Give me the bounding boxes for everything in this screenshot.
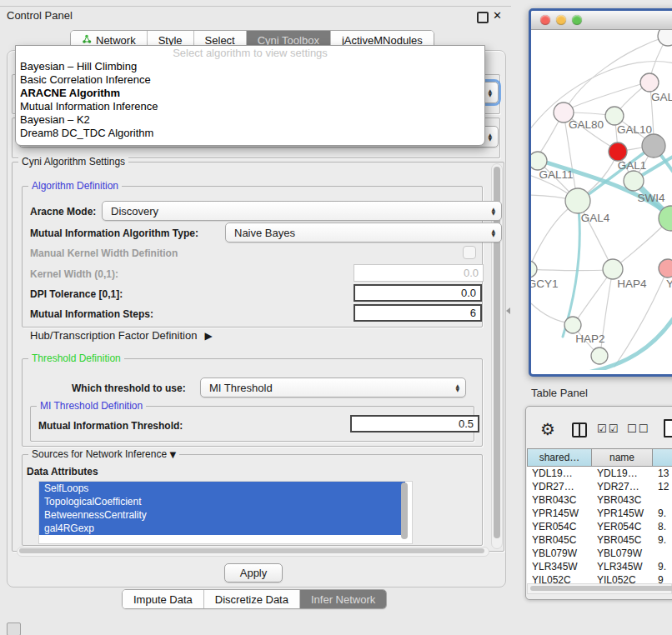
table-row-yer054c[interactable]: YER054CYER054C8. (527, 520, 672, 533)
table-h-scrollbar-thumb[interactable] (530, 586, 672, 591)
traffic-light-close-icon[interactable] (540, 15, 550, 25)
table-header-shared[interactable]: shared… (527, 448, 592, 467)
gear-icon[interactable]: ⚙ (540, 419, 555, 439)
network-window-titlebar[interactable] (531, 11, 672, 30)
traffic-light-zoom-icon[interactable] (572, 15, 582, 25)
network-node[interactable] (624, 171, 644, 191)
data-attributes-list[interactable]: SelfLoopsTopologicalCoefficientBetweenne… (38, 481, 413, 544)
network-node[interactable] (640, 73, 659, 92)
network-node[interactable] (609, 142, 627, 161)
mi-threshold-field[interactable]: 0.5 (350, 415, 479, 432)
network-node[interactable] (564, 317, 581, 333)
table-row-ybl079w[interactable]: YBL079WYBL079W (527, 547, 672, 560)
settings-vertical-scrollbar[interactable] (491, 163, 503, 549)
mi-threshold-label: Mutual Information Threshold: (38, 420, 183, 432)
network-node[interactable] (659, 259, 672, 278)
app-root: Control Panel ✕ NetworkStyleSelectCyni T… (0, 0, 672, 635)
network-node[interactable] (591, 348, 608, 364)
network-node[interactable] (603, 259, 623, 279)
float-window-icon[interactable] (477, 12, 489, 23)
attr-item-betweennesscentrality[interactable]: BetweennessCentrality (39, 508, 405, 522)
table-row-ydl19[interactable]: YDL19…YDL19…13 (527, 467, 672, 480)
attr-item-gal4rgexp[interactable]: gal4RGexp (39, 522, 405, 535)
network-edge[interactable] (613, 220, 669, 269)
table-cell: YDL19… (592, 467, 653, 480)
network-canvas[interactable]: GALGAL80GAL10GAL1GAL11SWI4GAL4GCY1HAP4YH… (531, 30, 672, 370)
table-cell: YDL19… (527, 467, 592, 480)
network-node-label-gal80: GAL80 (569, 118, 604, 131)
mi-type-select[interactable]: Naive Bayes ▲▼ (225, 222, 502, 242)
table-header-col2[interactable] (653, 448, 672, 467)
dropdown-item-bayesian-hill-climbing[interactable]: Bayesian – Hill Climbing (16, 60, 484, 73)
attr-item-selfloops[interactable]: SelfLoops (39, 482, 405, 495)
split-pane-toggle-icon[interactable] (506, 308, 510, 314)
dropdown-item-dream8-dc-tdc-algorithm[interactable]: Dream8 DC_TDC Algorithm (16, 127, 484, 140)
which-threshold-select[interactable]: MI Threshold ▲▼ (200, 378, 466, 398)
split-columns-icon[interactable] (572, 422, 587, 438)
network-node-label-hap4: HAP4 (617, 278, 647, 290)
table-row-ylr345w[interactable]: YLR345WYLR345W9. (527, 560, 672, 573)
table-cell: YPR145W (592, 507, 653, 520)
check-all-icon[interactable]: ☑☑ (597, 422, 619, 435)
aracne-mode-value: Discovery (111, 205, 158, 218)
attr-list-scrollbar-thumb[interactable] (401, 482, 408, 539)
network-node[interactable] (658, 30, 672, 46)
table-row-ydr27[interactable]: YDR27…YDR27…12 (527, 480, 672, 493)
kernel-width-field[interactable]: 0.0 (354, 264, 484, 282)
network-node[interactable] (642, 134, 665, 158)
hub-definition-toggle[interactable]: Hub/Transcription Factor Definition ▶ (30, 329, 213, 342)
table-row-ypr145w[interactable]: YPR145WYPR145W9. (527, 507, 672, 520)
attr-list-scrollbar[interactable] (400, 482, 409, 542)
dropdown-item-aracne-algorithm[interactable]: ARACNE Algorithm (16, 87, 484, 100)
table-row-ybr045c[interactable]: YBR045CYBR045C9. (527, 533, 672, 547)
page-icon[interactable] (664, 419, 672, 438)
table-cell: YBR045C (527, 533, 592, 547)
network-edge[interactable] (531, 297, 571, 323)
sources-group-title[interactable]: Sources for Network Inference ▼ (28, 448, 179, 461)
bottom-tab-discretize-data[interactable]: Discretize Data (203, 590, 299, 608)
algorithm-definition-title: Algorithm Definition (28, 180, 122, 192)
table-cell: YBL079W (527, 547, 592, 560)
dropdown-item-mutual-information-inference[interactable]: Mutual Information Inference (16, 100, 484, 113)
collapsed-panel-icon[interactable] (7, 622, 21, 635)
aracne-mode-select[interactable]: Discovery ▲▼ (102, 201, 502, 221)
data-attributes-label: Data Attributes (27, 466, 98, 478)
settings-h-scrollbar-thumb[interactable] (19, 548, 484, 553)
table-row-ybr043c[interactable]: YBR043CYBR043C (527, 493, 672, 507)
table-header-name[interactable]: name (592, 448, 653, 467)
network-view-window[interactable]: GALGAL80GAL10GAL1GAL11SWI4GAL4GCY1HAP4YH… (529, 8, 672, 377)
network-node[interactable] (565, 188, 590, 213)
spinner-arrows-icon: ▲▼ (491, 228, 495, 237)
table-horizontal-scrollbar[interactable] (527, 583, 672, 594)
attr-item-topologicalcoefficient[interactable]: TopologicalCoefficient (39, 495, 405, 508)
table-cell: 12 (653, 480, 672, 493)
traffic-light-minimize-icon[interactable] (556, 15, 566, 25)
network-edge[interactable] (531, 269, 611, 271)
bottom-tab-infer-network-label: Infer Network (311, 593, 375, 606)
apply-button[interactable]: Apply (224, 563, 283, 582)
close-panel-icon[interactable]: ✕ (493, 10, 502, 21)
dpi-tolerance-field[interactable]: 0.0 (354, 284, 482, 302)
network-node[interactable] (605, 107, 624, 125)
algorithm-dropdown-popup: Select algorithm to view settings Bayesi… (15, 45, 485, 146)
mi-type-label: Mutual Information Algorithm Type: (30, 228, 198, 239)
network-node-label-y: Y (666, 278, 672, 290)
bottom-tabstrip: Impute DataDiscretize DataInfer Network (122, 589, 387, 609)
uncheck-all-icon[interactable]: ☐☐ (627, 422, 649, 435)
spinner-arrows-icon: ▲▼ (491, 207, 495, 215)
network-node[interactable] (531, 261, 537, 278)
table-cell: 9. (653, 533, 672, 547)
control-panel-title: Control Panel (7, 9, 73, 22)
dropdown-item-bayesian-k2[interactable]: Bayesian – K2 (16, 113, 484, 127)
table-cell: 13 (653, 467, 672, 480)
mi-steps-field[interactable]: 6 (354, 304, 482, 322)
network-edge[interactable] (531, 202, 576, 269)
bottom-tab-infer-network[interactable]: Infer Network (299, 590, 386, 608)
table-cell (653, 547, 672, 560)
dropdown-placeholder: Select algorithm to view settings (16, 46, 484, 60)
bottom-tab-impute-data[interactable]: Impute Data (123, 590, 203, 608)
settings-horizontal-scrollbar[interactable] (17, 547, 489, 557)
dropdown-item-basic-correlation-inference[interactable]: Basic Correlation Inference (16, 73, 484, 87)
network-node[interactable] (531, 152, 547, 170)
manual-kernel-checkbox[interactable] (463, 246, 476, 259)
